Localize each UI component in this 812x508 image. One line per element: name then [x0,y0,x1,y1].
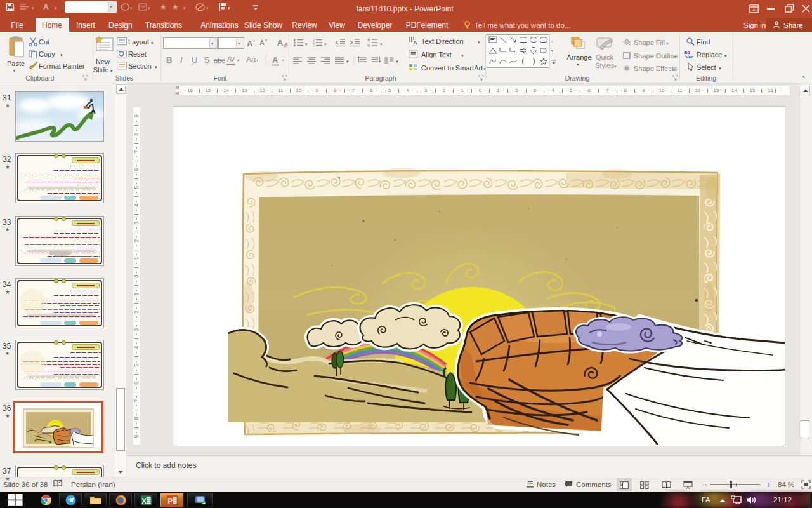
svg-text:P: P [168,497,173,505]
svg-text:3: 3 [313,44,315,47]
svg-text:X: X [142,497,147,505]
svg-text:A: A [413,39,417,45]
svg-text:ac: ac [688,54,693,59]
